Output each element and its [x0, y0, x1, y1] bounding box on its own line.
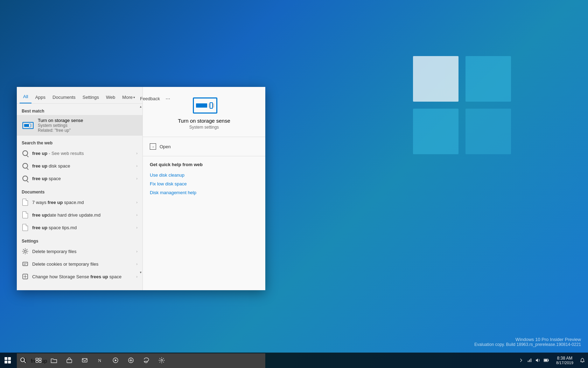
tray-expand-button[interactable] — [518, 357, 525, 364]
mail-button[interactable] — [77, 353, 92, 368]
svg-rect-21 — [544, 359, 547, 361]
task-view-button[interactable] — [31, 353, 46, 368]
scroll-up-button[interactable]: ▲ — [139, 104, 142, 110]
settings-icon-2 — [22, 273, 29, 280]
svg-rect-9 — [67, 360, 72, 363]
chevron-right-icon-2: › — [136, 176, 138, 180]
search-icon-0 — [22, 150, 29, 157]
ellipsis-button[interactable]: ··· — [164, 94, 172, 103]
left-pane: All Apps Documents Settings Web More ▾ F… — [17, 87, 143, 290]
desktop-logo — [413, 56, 511, 154]
search-web-label: Search the web — [17, 137, 142, 147]
help-title: Get quick help from web — [150, 162, 258, 167]
open-action[interactable]: → Open — [150, 141, 258, 152]
tab-apps[interactable]: Apps — [31, 91, 49, 103]
taskbar-search-button[interactable] — [15, 353, 31, 368]
taskbar: N — [0, 353, 588, 368]
help-item-2[interactable]: Disk management help — [150, 188, 258, 197]
chevron-right-doc-2: › — [136, 225, 138, 230]
right-pane: Turn on storage sense System settings → … — [143, 87, 265, 290]
svg-rect-5 — [36, 358, 38, 360]
doc-result-2[interactable]: free up space tips.md › — [17, 221, 142, 234]
tab-all[interactable]: All — [20, 90, 31, 103]
taskbar-right: 8:38 AM 8/17/2019 — [515, 353, 588, 368]
svg-point-4 — [21, 358, 24, 362]
svg-rect-10 — [82, 359, 87, 362]
doc-result-text-0: 7 ways free up space.md — [32, 200, 136, 205]
web-result-2[interactable]: free up space › — [17, 172, 142, 185]
svg-rect-18 — [531, 359, 531, 362]
chevron-right-doc-1: › — [136, 213, 138, 217]
battery-icon[interactable] — [543, 357, 550, 364]
settings-icon-0 — [22, 248, 29, 255]
clock[interactable]: 8:38 AM 8/17/2019 — [553, 353, 577, 368]
svg-point-0 — [24, 250, 26, 252]
chevron-down-icon: ▾ — [133, 96, 135, 99]
clock-time: 8:38 AM — [557, 356, 573, 361]
start-button[interactable] — [0, 353, 15, 368]
settings-result-text-1: Delete cookies or temporary files — [32, 261, 136, 267]
help-item-0[interactable]: Use disk cleanup — [150, 171, 258, 179]
svg-rect-1 — [23, 262, 28, 266]
left-results-list: Best match Turn on storage sense System … — [17, 104, 142, 290]
doc-icon-0 — [22, 199, 29, 206]
tabs-bar: All Apps Documents Settings Web More ▾ F… — [17, 87, 142, 104]
search-panel: All Apps Documents Settings Web More ▾ F… — [17, 87, 265, 290]
search-icon-2 — [22, 175, 29, 182]
file-explorer-button[interactable] — [46, 353, 62, 368]
media-button[interactable] — [108, 353, 123, 368]
chevron-right-settings-0: › — [136, 249, 138, 253]
tab-more[interactable]: More ▾ — [119, 91, 139, 103]
doc-result-0[interactable]: 7 ways free up space.md › — [17, 196, 142, 209]
settings-result-text-2: Change how Storage Sense frees up space — [32, 274, 136, 279]
svg-marker-13 — [115, 359, 117, 361]
chevron-right-icon-1: › — [136, 164, 138, 168]
documents-label: Documents — [17, 186, 142, 196]
scroll-down-button[interactable]: ▼ — [139, 270, 142, 275]
open-label: Open — [160, 144, 171, 149]
system-tray — [515, 353, 553, 368]
notification-button[interactable] — [577, 353, 588, 368]
help-item-1[interactable]: Fix low disk space — [150, 179, 258, 188]
settings-result-2[interactable]: Change how Storage Sense frees up space … — [17, 270, 142, 283]
settings-taskbar-button[interactable] — [154, 353, 169, 368]
svg-text:N: N — [98, 358, 102, 363]
onenote-button[interactable]: N — [92, 353, 108, 368]
settings-result-0[interactable]: Delete temporary files › — [17, 245, 142, 258]
chevron-right-settings-1: › — [136, 262, 138, 266]
store-button[interactable] — [62, 353, 77, 368]
right-app-subtitle: System settings — [189, 125, 219, 130]
search-icon-1 — [22, 162, 29, 169]
best-match-subtitle: System settings — [38, 123, 138, 128]
right-help-section: Get quick help from web Use disk cleanup… — [143, 156, 265, 203]
storage-sense-icon — [22, 119, 34, 132]
svg-point-15 — [161, 360, 163, 361]
desktop: Windows 10 Pro Insider Preview Evaluatio… — [0, 0, 588, 368]
network-icon[interactable] — [526, 357, 533, 364]
right-app-title: Turn on storage sense — [178, 118, 230, 124]
settings-result-text-0: Delete temporary files — [32, 249, 136, 254]
doc-result-text-2: free up space tips.md — [32, 225, 136, 230]
best-match-item[interactable]: Turn on storage sense System settings Re… — [17, 115, 142, 136]
tab-documents[interactable]: Documents — [49, 91, 79, 103]
chevron-right-settings-2: › — [136, 274, 138, 279]
svg-rect-16 — [528, 361, 528, 362]
svg-rect-20 — [548, 360, 549, 361]
tab-web[interactable]: Web — [103, 91, 119, 103]
tabs-right: Feedback ··· — [139, 94, 172, 103]
web-result-0[interactable]: free up - See web results › — [17, 147, 142, 159]
web-result-1[interactable]: free up disk space › — [17, 159, 142, 172]
edge-button[interactable] — [139, 353, 154, 368]
right-actions: → Open — [143, 137, 265, 156]
feedback-button[interactable]: Feedback — [139, 94, 161, 103]
clock-date: 8/17/2019 — [556, 361, 573, 365]
doc-result-1[interactable]: free update hard drive update.md › — [17, 209, 142, 221]
volume-icon[interactable] — [534, 357, 541, 364]
settings-icon-1 — [22, 260, 29, 267]
tab-settings[interactable]: Settings — [79, 91, 103, 103]
best-match-text: Turn on storage sense System settings Re… — [38, 118, 138, 133]
watermark-line1: Windows 10 Pro Insider Preview — [474, 337, 581, 342]
settings-result-1[interactable]: Delete cookies or temporary files › — [17, 258, 142, 270]
app7-button[interactable] — [123, 353, 139, 368]
doc-icon-1 — [22, 211, 29, 218]
